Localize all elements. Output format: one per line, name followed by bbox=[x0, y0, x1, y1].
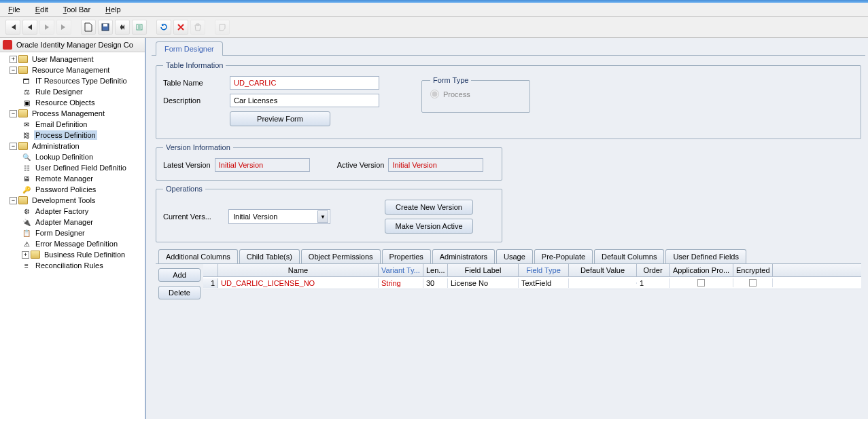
menu-edit[interactable]: Edit bbox=[33, 4, 51, 15]
tab-default-columns[interactable]: Default Columns bbox=[594, 249, 664, 263]
cell-application-profile[interactable] bbox=[670, 278, 733, 287]
tab-object-permissions[interactable]: Object Permissions bbox=[301, 249, 381, 263]
tree-udf-definition[interactable]: ☷User Defined Field Definitio bbox=[0, 162, 145, 173]
tab-properties[interactable]: Properties bbox=[382, 249, 431, 263]
folder-icon bbox=[18, 142, 28, 150]
make-version-active-button[interactable]: Make Version Active bbox=[385, 219, 473, 234]
chevron-down-icon: ▼ bbox=[317, 210, 328, 223]
checkbox-icon[interactable] bbox=[749, 279, 757, 287]
expand-icon[interactable]: + bbox=[22, 251, 29, 259]
tab-user-defined-fields[interactable]: User Defined Fields bbox=[665, 249, 746, 263]
tree-root[interactable]: Oracle Identity Manager Design Co bbox=[0, 38, 145, 52]
collapse-icon[interactable]: − bbox=[10, 197, 17, 204]
it-resource-icon: 🗔 bbox=[22, 76, 31, 86]
form-icon: 📋 bbox=[22, 228, 31, 238]
add-column-button[interactable]: Add bbox=[158, 268, 201, 282]
collapse-icon[interactable]: − bbox=[10, 67, 17, 74]
cell-order[interactable]: 1 bbox=[637, 278, 670, 288]
delete-column-button[interactable]: Delete bbox=[158, 286, 201, 299]
tree-rule-designer[interactable]: ⚖Rule Designer bbox=[0, 86, 145, 97]
cell-encrypted[interactable] bbox=[733, 278, 773, 287]
preview-form-button[interactable]: Preview Form bbox=[230, 111, 330, 126]
cell-variant[interactable]: String bbox=[379, 278, 423, 288]
table-row[interactable]: 1 UD_CARLIC_LICENSE_NO String 30 License… bbox=[203, 277, 861, 289]
tree-it-resources[interactable]: 🗔IT Resources Type Definitio bbox=[0, 75, 145, 86]
form-type-group: Form Type Process bbox=[421, 76, 530, 113]
cell-name[interactable]: UD_CARLIC_LICENSE_NO bbox=[218, 278, 379, 288]
navigation-tree: Oracle Identity Manager Design Co +User … bbox=[0, 38, 146, 419]
header-variant-type[interactable]: Variant Ty... bbox=[379, 264, 423, 276]
columns-grid[interactable]: Name Variant Ty... Len... Field Label Fi… bbox=[203, 264, 861, 304]
header-name[interactable]: Name bbox=[218, 264, 379, 276]
tree-administration[interactable]: −Administration bbox=[0, 141, 145, 151]
new-button[interactable] bbox=[81, 20, 96, 35]
tab-usage[interactable]: Usage bbox=[496, 249, 533, 263]
prev-record-button[interactable] bbox=[22, 20, 37, 35]
header-encrypted[interactable]: Encrypted bbox=[733, 264, 773, 276]
cell-field-label[interactable]: License No bbox=[448, 278, 519, 288]
tree-resource-management[interactable]: −Resource Management bbox=[0, 65, 145, 75]
latest-version-value: Initial Version bbox=[215, 158, 310, 172]
header-field-type[interactable]: Field Type bbox=[519, 264, 569, 276]
tree-email-definition[interactable]: ✉Email Definition bbox=[0, 119, 145, 130]
menu-toolbar[interactable]: Tool Bar bbox=[60, 4, 93, 15]
create-new-version-button[interactable]: Create New Version bbox=[385, 200, 473, 215]
table-information-group: Table Information Table Name Description bbox=[156, 61, 861, 139]
cell-field-type[interactable]: TextField bbox=[519, 278, 569, 288]
recon-icon: ≡ bbox=[22, 261, 31, 270]
latest-version-label: Latest Version bbox=[163, 161, 211, 169]
tree-business-rule-definition[interactable]: +Business Rule Definition bbox=[0, 249, 145, 260]
tab-additional-columns[interactable]: Additional Columns bbox=[158, 249, 238, 263]
tab-form-designer[interactable]: Form Designer bbox=[156, 41, 223, 56]
version-information-group: Version Information Latest Version Initi… bbox=[156, 143, 502, 181]
header-application-profile[interactable]: Application Pro... bbox=[670, 264, 733, 276]
tree-process-definition[interactable]: ⛓Process Definition bbox=[0, 130, 145, 141]
header-rownum[interactable] bbox=[203, 264, 218, 276]
tree-user-management[interactable]: +User Management bbox=[0, 54, 145, 65]
tree-adapter-manager[interactable]: 🔌Adapter Manager bbox=[0, 217, 145, 227]
table-name-input[interactable] bbox=[230, 76, 379, 90]
menu-file[interactable]: File bbox=[5, 4, 23, 15]
tree-remote-manager[interactable]: 🖥Remote Manager bbox=[0, 173, 145, 184]
folder-icon bbox=[31, 251, 40, 259]
tree-reconciliation-rules[interactable]: ≡Reconciliation Rules bbox=[0, 260, 145, 271]
tree-resource-objects[interactable]: ▣Resource Objects bbox=[0, 97, 145, 108]
cell-default-value[interactable] bbox=[569, 282, 637, 284]
checkbox-icon[interactable] bbox=[697, 279, 705, 287]
tab-child-tables[interactable]: Child Table(s) bbox=[239, 249, 300, 263]
process-radio bbox=[430, 90, 439, 98]
cell-length[interactable]: 30 bbox=[423, 278, 448, 288]
expand-icon[interactable]: + bbox=[10, 56, 17, 63]
save-button[interactable] bbox=[98, 20, 113, 35]
current-version-select[interactable]: Initial Version ▼ bbox=[228, 209, 330, 224]
description-input[interactable] bbox=[230, 94, 379, 107]
tab-prepopulate[interactable]: Pre-Populate bbox=[534, 249, 593, 263]
header-field-label[interactable]: Field Label bbox=[448, 264, 519, 276]
remote-icon: 🖥 bbox=[22, 174, 31, 183]
tab-administrators[interactable]: Administrators bbox=[432, 249, 495, 263]
columns-grid-area: Add Delete Name Variant Ty... Len... Fie… bbox=[156, 263, 861, 304]
close-button[interactable] bbox=[173, 20, 188, 35]
gear-icon: ⚙ bbox=[22, 206, 31, 216]
tree-process-management[interactable]: −Process Management bbox=[0, 108, 145, 119]
collapse-icon[interactable]: − bbox=[10, 143, 17, 150]
query-button[interactable] bbox=[132, 20, 147, 35]
tree-form-designer[interactable]: 📋Form Designer bbox=[0, 227, 145, 238]
cell-rownum: 1 bbox=[203, 278, 218, 288]
menu-help[interactable]: Help bbox=[103, 4, 124, 15]
tree-development-tools[interactable]: −Development Tools bbox=[0, 195, 145, 206]
tree-root-label: Oracle Identity Manager Design Co bbox=[15, 40, 135, 50]
search-button[interactable] bbox=[115, 20, 130, 35]
refresh-button[interactable] bbox=[156, 20, 171, 35]
table-name-label: Table Name bbox=[163, 79, 224, 87]
tree-error-message-definition[interactable]: ⚠Error Message Definition bbox=[0, 238, 145, 249]
tree-lookup-definition[interactable]: 🔍Lookup Definition bbox=[0, 151, 145, 162]
header-default-value[interactable]: Default Value bbox=[569, 264, 637, 276]
tree-password-policies[interactable]: 🔑Password Policies bbox=[0, 184, 145, 195]
header-order[interactable]: Order bbox=[637, 264, 670, 276]
collapse-icon[interactable]: − bbox=[10, 110, 17, 117]
header-length[interactable]: Len... bbox=[423, 264, 448, 276]
first-record-button[interactable] bbox=[5, 20, 20, 35]
tree-adapter-factory[interactable]: ⚙Adapter Factory bbox=[0, 206, 145, 217]
main-tab-strip: Form Designer bbox=[152, 41, 865, 55]
